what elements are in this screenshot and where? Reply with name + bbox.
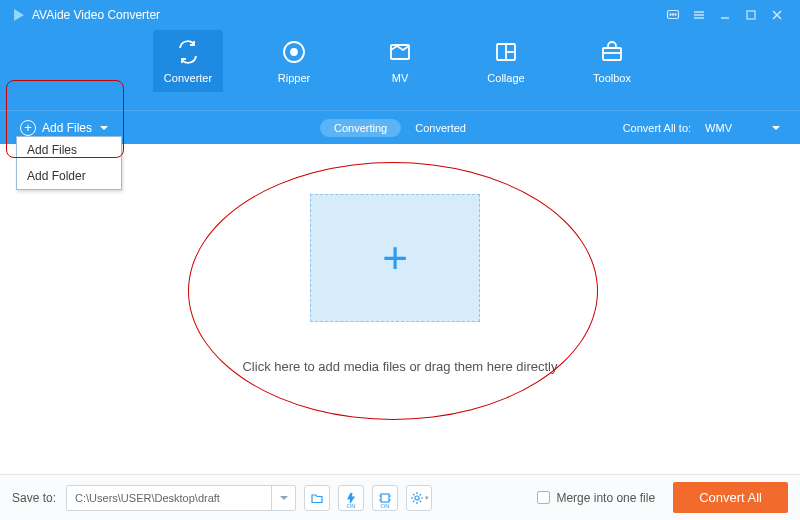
nav-collage[interactable]: Collage bbox=[471, 30, 541, 92]
nav-ripper[interactable]: Ripper bbox=[259, 30, 329, 92]
nav-label: Ripper bbox=[278, 72, 310, 84]
nav-label: Toolbox bbox=[593, 72, 631, 84]
svg-rect-9 bbox=[747, 11, 755, 19]
nav-label: MV bbox=[392, 72, 409, 84]
svg-rect-20 bbox=[381, 494, 389, 502]
add-files-label: Add Files bbox=[42, 121, 92, 135]
main-nav: Converter Ripper MV Collage Toolbox bbox=[0, 30, 800, 92]
save-path-select[interactable]: C:\Users\USER\Desktop\draft bbox=[66, 485, 296, 511]
convert-all-button[interactable]: Convert All bbox=[673, 482, 788, 513]
toolbox-icon bbox=[598, 36, 626, 68]
app-title: AVAide Video Converter bbox=[32, 8, 160, 22]
caret-down-icon bbox=[100, 126, 108, 130]
dropdown-add-files[interactable]: Add Files bbox=[17, 137, 121, 163]
bottombar: Save to: C:\Users\USER\Desktop\draft ON … bbox=[0, 474, 800, 520]
titlebar: AVAide Video Converter bbox=[0, 0, 800, 30]
convert-all-format: Convert All to: WMV bbox=[623, 120, 786, 136]
dropzone-hint: Click here to add media files or drag th… bbox=[0, 359, 800, 374]
svg-point-25 bbox=[415, 496, 419, 500]
close-icon[interactable] bbox=[766, 4, 788, 26]
settings-button[interactable]: ▾ bbox=[406, 485, 432, 511]
plus-circle-icon: + bbox=[20, 120, 36, 136]
collage-icon bbox=[492, 36, 520, 68]
save-to-label: Save to: bbox=[12, 491, 56, 505]
merge-checkbox[interactable]: Merge into one file bbox=[537, 491, 655, 505]
feedback-icon[interactable] bbox=[662, 4, 684, 26]
dropdown-add-folder[interactable]: Add Folder bbox=[17, 163, 121, 189]
nav-converter[interactable]: Converter bbox=[153, 30, 223, 92]
svg-point-4 bbox=[675, 14, 676, 15]
caret-down-icon bbox=[772, 126, 780, 130]
caret-down-icon bbox=[271, 486, 295, 510]
svg-point-2 bbox=[670, 14, 671, 15]
checkbox-icon bbox=[537, 491, 550, 504]
menu-icon[interactable] bbox=[688, 4, 710, 26]
status-tabs: Converting Converted bbox=[320, 119, 480, 137]
svg-point-3 bbox=[672, 14, 673, 15]
gpu-accel-button[interactable]: ON bbox=[372, 485, 398, 511]
nav-toolbox[interactable]: Toolbox bbox=[577, 30, 647, 92]
convert-all-label: Convert All to: bbox=[623, 122, 691, 134]
merge-label: Merge into one file bbox=[556, 491, 655, 505]
svg-point-13 bbox=[291, 49, 297, 55]
header: AVAide Video Converter Converter Ripper … bbox=[0, 0, 800, 110]
nav-mv[interactable]: MV bbox=[365, 30, 435, 92]
open-folder-button[interactable] bbox=[304, 485, 330, 511]
save-path-text: C:\Users\USER\Desktop\draft bbox=[67, 492, 271, 504]
svg-marker-0 bbox=[14, 9, 24, 21]
dropzone[interactable]: + bbox=[310, 194, 480, 322]
mv-icon bbox=[386, 36, 414, 68]
converter-icon bbox=[174, 36, 202, 68]
format-value: WMV bbox=[705, 122, 732, 134]
svg-rect-18 bbox=[603, 48, 621, 60]
format-select[interactable]: WMV bbox=[699, 120, 786, 136]
main-area: + Click here to add media files or drag … bbox=[0, 144, 800, 474]
ripper-icon bbox=[280, 36, 308, 68]
maximize-icon[interactable] bbox=[740, 4, 762, 26]
tab-converted[interactable]: Converted bbox=[401, 119, 480, 137]
app-logo-icon bbox=[12, 8, 26, 22]
nav-label: Converter bbox=[164, 72, 212, 84]
nav-label: Collage bbox=[487, 72, 524, 84]
add-files-dropdown: Add Files Add Folder bbox=[16, 136, 122, 190]
tab-converting[interactable]: Converting bbox=[320, 119, 401, 137]
minimize-icon[interactable] bbox=[714, 4, 736, 26]
high-speed-button[interactable]: ON bbox=[338, 485, 364, 511]
plus-icon: + bbox=[382, 236, 408, 280]
